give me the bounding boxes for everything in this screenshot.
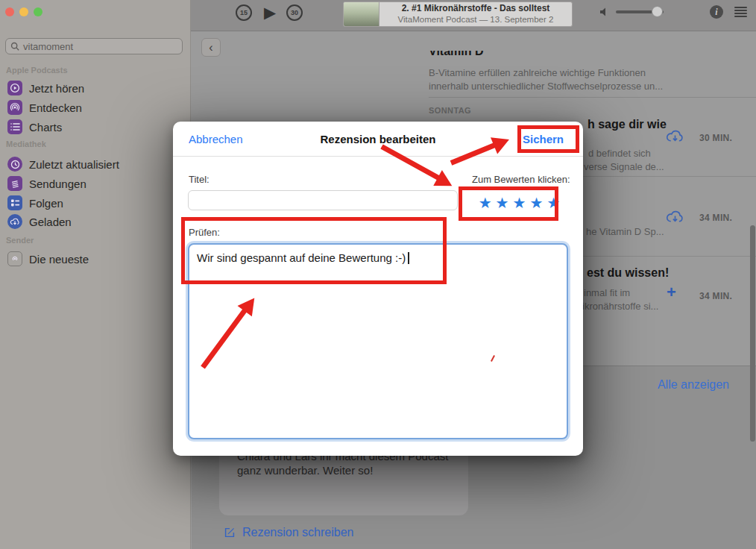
annotation-box-save-button xyxy=(517,125,579,153)
show-all-link[interactable]: Alle anzeigen xyxy=(658,378,729,392)
sidebar-section-sender: Sender xyxy=(6,236,34,245)
sidebar-item-label: Folgen xyxy=(29,197,63,210)
sidebar-item-folgen[interactable]: Folgen xyxy=(7,193,183,213)
back-button[interactable]: ‹ xyxy=(201,38,221,57)
podcasts-app-window: vitamoment Apple Podcasts Jetzt hören En… xyxy=(0,0,756,549)
skip-back-15-button[interactable]: 15 xyxy=(236,4,252,21)
minimize-window-button[interactable] xyxy=(19,7,28,16)
volume-slider-knob[interactable] xyxy=(652,6,663,17)
episode-description-line: B-Vitamine erfüllen zahlreiche wichtige … xyxy=(429,67,646,78)
episode-description-fragment: ikronährstoffe si... xyxy=(582,301,658,312)
sidebar-item-geladen[interactable]: Geladen xyxy=(7,212,183,231)
sidebar-item-zuletzt-aktualisiert[interactable]: Zuletzt aktualisiert xyxy=(7,154,183,174)
skip-back-label: 15 xyxy=(240,9,248,16)
sidebar-item-label: Entdecken xyxy=(29,101,82,114)
episode-description-line: innerhalb unterschiedlicher Stoffwechsel… xyxy=(429,81,663,92)
episode-duration: 34 MIN. xyxy=(699,291,732,301)
now-playing-title: 2. #1 Mikronährstoffe - Das solltest xyxy=(402,3,550,14)
info-button[interactable]: i xyxy=(710,5,723,19)
sidebar-item-label: Jetzt hören xyxy=(29,82,84,95)
search-input[interactable]: vitamoment xyxy=(5,38,183,54)
sidebar-item-label: Charts xyxy=(29,121,62,134)
play-button[interactable]: ▶ xyxy=(264,4,276,21)
write-review-link[interactable]: Rezension schreiben xyxy=(223,526,353,539)
episode-title-clipped: Vitamin D xyxy=(429,51,484,60)
clock-icon xyxy=(7,157,22,172)
write-review-label: Rezension schreiben xyxy=(242,526,353,539)
skip-forward-30-button[interactable]: 30 xyxy=(286,4,303,21)
stacked-pages-icon xyxy=(7,176,22,191)
close-window-button[interactable] xyxy=(5,7,14,16)
episode-day-label: SONNTAG xyxy=(429,106,471,115)
grid-list-icon xyxy=(7,195,22,210)
edit-review-dialog: Abbrechen Rezension bearbeiten Sichern T… xyxy=(173,122,583,456)
volume-icon xyxy=(599,6,611,18)
episode-duration: 34 MIN. xyxy=(699,213,732,223)
compose-icon xyxy=(223,526,236,539)
sidebar-item-entdecken[interactable]: Entdecken xyxy=(7,98,183,117)
sidebar-item-charts[interactable]: Charts xyxy=(7,117,183,137)
annotation-box-review-field xyxy=(181,217,447,284)
review-card-text-line: ganz wunderbar. Weiter so! xyxy=(237,464,373,477)
now-playing-artwork xyxy=(344,2,379,26)
annotation-box-stars xyxy=(459,186,558,221)
podcast-station-icon xyxy=(7,251,22,266)
review-title-input[interactable] xyxy=(188,190,458,210)
play-icon: ▶ xyxy=(264,4,276,21)
scrollbar-thumb[interactable] xyxy=(750,225,755,442)
episode-description-fragment: inmal fit im xyxy=(584,287,630,298)
sidebar: vitamoment Apple Podcasts Jetzt hören En… xyxy=(0,0,191,549)
episode-title-fragment: est du wissen! xyxy=(587,266,669,280)
download-episode-icon[interactable] xyxy=(666,128,684,145)
sidebar-item-jetzt-hoeren[interactable]: Jetzt hören xyxy=(7,78,183,98)
queue-list-button[interactable] xyxy=(734,7,747,17)
sidebar-item-sendungen[interactable]: Sendungen xyxy=(7,174,183,193)
episode-description-fragment: verse Signale de... xyxy=(584,161,664,172)
episode-duration: 30 MIN. xyxy=(699,133,732,143)
sidebar-item-label: Geladen xyxy=(29,216,72,228)
sidebar-item-label: Zuletzt aktualisiert xyxy=(29,158,119,171)
row-divider xyxy=(429,97,756,98)
cloud-download-icon xyxy=(7,214,22,229)
now-playing-widget[interactable]: 2. #1 Mikronährstoffe - Das solltest Vit… xyxy=(343,1,573,27)
episode-description-fragment: he Vitamin D Sp... xyxy=(586,226,664,237)
sidebar-section-apple-podcasts: Apple Podcasts xyxy=(6,66,68,75)
sidebar-item-die-neueste[interactable]: Die neueste xyxy=(7,249,183,269)
chart-list-icon xyxy=(7,119,22,134)
search-icon xyxy=(10,42,19,51)
play-circle-icon xyxy=(7,81,22,95)
now-playing-subtitle: VitaMoment Podcast — 13. September 2 xyxy=(398,14,554,25)
sidebar-section-mediathek: Mediathek xyxy=(6,139,46,148)
zoom-window-button[interactable] xyxy=(34,7,42,16)
sidebar-item-label: Sendungen xyxy=(29,178,86,190)
rating-label: Zum Bewerten klicken: xyxy=(472,174,570,185)
add-episode-button[interactable]: + xyxy=(667,284,676,301)
episode-title-fragment: h sage dir wie xyxy=(588,118,667,131)
download-episode-icon[interactable] xyxy=(666,209,684,225)
search-value: vitamoment xyxy=(23,41,73,52)
chevron-left-icon: ‹ xyxy=(209,42,212,54)
title-field-label: Titel: xyxy=(189,174,210,185)
podcast-antenna-icon xyxy=(7,100,22,115)
skip-forward-label: 30 xyxy=(291,9,298,16)
playback-toolbar: 15 ▶ 30 2. #1 Mikronährstoffe - Das soll… xyxy=(191,0,756,31)
sidebar-item-label: Die neueste xyxy=(29,253,89,266)
episode-description-fragment: d befindet sich xyxy=(588,148,651,159)
